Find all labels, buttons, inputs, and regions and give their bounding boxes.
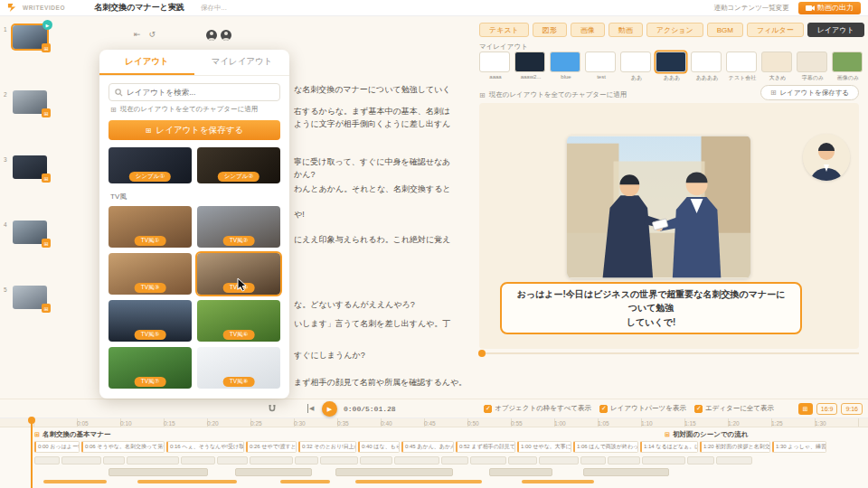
timeline-clip[interactable]: 0:52 まず相手の顔見て名前 [456,441,515,453]
aspect-ratio-button[interactable]: 16:9 [816,403,838,415]
chapter-thumbnail[interactable]: 3 ⊞ ▶ [13,155,47,179]
chapter-thumbnail[interactable]: 4 ⊞ ▶ [13,221,47,244]
undo-icon[interactable]: ↺ [149,30,156,39]
object-clip[interactable] [34,456,60,465]
panel-tab[interactable]: レイアウト [807,23,864,37]
my-layout-item[interactable]: 画像のみ [832,52,863,72]
character-1-avatar[interactable] [206,30,217,41]
script-line[interactable]: 右するからな。まず基本中の基本、名刺は [294,106,466,117]
object-clip[interactable] [320,456,358,465]
chapter-thumbnail[interactable]: 2 ⊞ ▶ [13,90,47,114]
my-layout-item[interactable]: あああ [656,52,686,72]
my-layout-item[interactable]: aaaa [479,52,510,72]
object-clip[interactable] [181,456,215,465]
save-layout-button[interactable]: ⊞ レイアウトを保存する [108,120,280,140]
timeline-clip[interactable]: 1:14 なるほどなぁ。ほな次 [640,441,698,453]
script-editor[interactable]: な名刺交換のマナーについて勉強していく右するからな。まず基本中の基本、名刺はよう… [294,0,467,398]
script-line[interactable]: わんとあかん。それとな、名刺交換すると [294,183,466,195]
media-clip[interactable] [583,468,669,476]
save-layout-button[interactable]: ⊞ レイアウトを保存する [760,85,859,100]
bgm-clip[interactable] [355,480,482,483]
layout-preset-thumbnail[interactable]: TV風⑧ [197,347,280,389]
playhead[interactable] [31,418,33,488]
object-clip[interactable] [295,456,318,465]
timeline-clip[interactable]: 0:06 そうやな。名刺交換って第一印象のお [81,441,165,453]
timeline-clip[interactable]: 0:32 そのとおり!目上の人 [298,441,356,453]
chapter-label[interactable]: ⊞ 名刺交換の基本マナー [34,430,110,439]
panel-tab[interactable]: 動画 [609,23,643,37]
media-clip[interactable] [335,468,453,476]
apply-all-row[interactable]: ⊞ 現在のレイアウトを全てのチャプターに適用 [479,90,627,99]
object-clip[interactable] [127,456,179,465]
object-clip[interactable] [394,456,439,465]
object-clip[interactable] [217,456,248,465]
script-line[interactable]: にええ印象与えられるわ。これ絶対に覚え [294,234,466,246]
chapter-thumbnail[interactable]: 1 ⊞ ▶ [13,25,47,49]
layout-preset-thumbnail[interactable]: TV風② [197,206,280,248]
layout-preset-thumbnail[interactable]: TV風⑤ [108,300,192,342]
timeline-clip[interactable]: 0:16 へぇ、そうなんや!受け取るとき [166,441,244,453]
project-title[interactable]: 名刺交換のマナーと実践 [94,2,184,14]
my-layout-item[interactable]: ああああ [691,52,722,72]
object-clip[interactable] [642,456,685,465]
preview-image[interactable] [567,136,750,278]
script-line[interactable]: な。どないするんがええんやろ? [294,299,466,311]
object-clip[interactable] [508,456,537,465]
script-line[interactable]: いします」言うて名刺を差し出すんや。丁 [294,318,466,330]
object-clip[interactable] [360,456,392,465]
display-toggle[interactable]: オブジェクトの枠をすべて表示 [484,404,591,413]
timeline-ruler[interactable]: 0:050:100:150:200:250:300:350:400:450:50… [0,418,868,427]
object-clip[interactable] [441,456,468,465]
panel-tab[interactable]: 画像 [571,23,605,37]
my-layout-item[interactable]: ああ [620,52,651,72]
popup-tab[interactable]: マイレイアウト [194,50,289,75]
object-clip[interactable] [608,456,640,465]
my-layout-item[interactable]: 字幕のみ [797,52,827,72]
panel-tab[interactable]: フィルター [747,23,804,37]
presenter-avatar[interactable] [803,134,850,181]
timeline-clip[interactable]: 1:00 せやな。大事に扱う [517,441,571,453]
script-line[interactable]: 寧に受け取って、すぐに中身を確認せなあ [294,156,466,168]
panel-tab[interactable]: アクション [646,23,703,37]
bgm-clip[interactable] [43,480,107,483]
object-clip[interactable] [687,456,714,465]
bgm-clip[interactable] [137,480,237,483]
play-button[interactable]: ▶ [322,401,337,417]
media-clip[interactable] [489,468,552,476]
my-layout-item[interactable]: テスト会社 [726,52,757,72]
timeline-clip[interactable]: 0:00 おっはよー!今日はビ [34,441,80,453]
timeline-clip[interactable]: 0:40 ほな、もらった後 [358,441,400,453]
collapse-icon[interactable]: ⇤ [134,30,141,39]
bgm-clip[interactable] [280,480,330,483]
object-clip[interactable] [470,456,506,465]
display-toggle[interactable]: エディターに全て表示 [694,404,774,413]
object-clip[interactable] [250,456,293,465]
timeline-clip[interactable]: 1:30 よっしゃ、練習や [772,441,826,453]
apply-all-row[interactable]: ⊞ 現在のレイアウトを全てのチャプターに適用 [110,105,278,114]
my-layout-item[interactable]: test [585,52,616,72]
script-line[interactable]: な名刺交換のマナーについて勉強していく [294,84,466,96]
layout-preset-thumbnail[interactable]: TV風③ [108,253,192,295]
grid-view-button[interactable]: ⊞ [798,403,813,415]
layout-preset-thumbnail[interactable]: TV風① [108,206,192,248]
play-chapter-icon[interactable]: ▶ [42,20,52,30]
my-layout-item[interactable]: aaaw2... [514,52,545,72]
object-clip[interactable] [103,456,125,465]
display-toggle[interactable]: レイアウトパーツを表示 [599,404,686,413]
timeline-clip[interactable]: 0:26 せやで!渡すときは [246,441,297,453]
script-line[interactable]: ように文字が相手側向くように差し出すん [294,118,466,130]
popup-tab[interactable]: レイアウト [99,50,194,75]
aspect-ratio-button[interactable]: 9:16 [841,403,863,415]
script-line[interactable]: すぐにしまうんか? [294,350,466,361]
object-clip[interactable] [61,456,101,465]
snap-magnet-icon[interactable] [268,404,277,413]
bgm-clip[interactable] [522,480,594,483]
character-2-avatar[interactable] [221,30,231,41]
media-clip[interactable] [235,468,312,476]
timeline-clip[interactable]: 1:20 初対面の挨拶と名刺交換の流れ [700,441,770,453]
scrubber-handle[interactable] [478,350,486,357]
chapter-label[interactable]: ⊞ 初対面のシーンでの流れ [665,430,748,439]
layout-preset-thumbnail[interactable]: TV風⑦ [108,347,192,389]
timeline-clip[interactable]: 0:45 あかん、あかん!相手 [401,441,454,453]
subtitle-box[interactable]: おっはよー!今日はビジネスの世界で超重要な名刺交換のマナーについて勉強 していく… [500,282,802,334]
